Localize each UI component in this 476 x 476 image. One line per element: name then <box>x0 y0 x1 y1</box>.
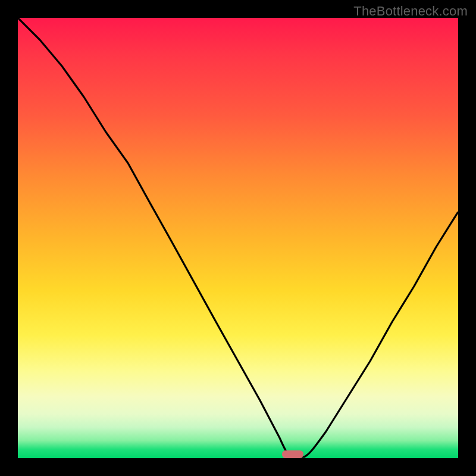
bottleneck-curve-line <box>18 18 458 457</box>
watermark-text: TheBottleneck.com <box>353 4 468 19</box>
bottleneck-curve-svg <box>18 18 458 458</box>
plot-area <box>18 18 458 458</box>
chart-frame: TheBottleneck.com <box>0 0 476 476</box>
minimum-marker <box>282 450 303 458</box>
